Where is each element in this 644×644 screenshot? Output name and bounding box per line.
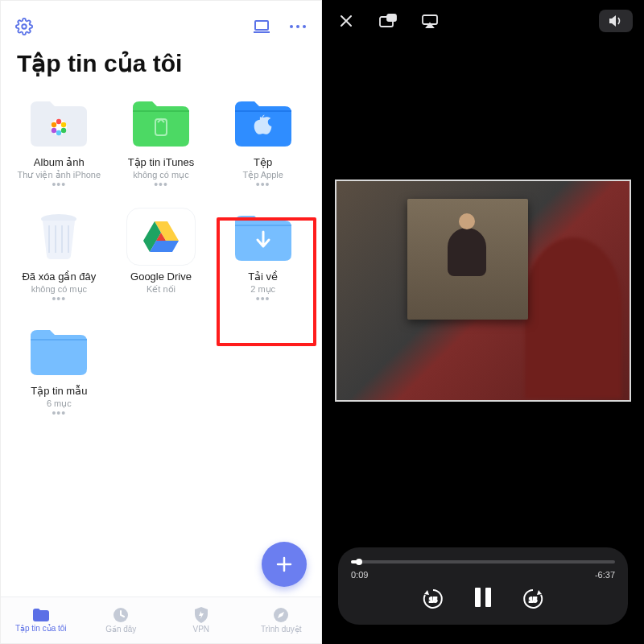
add-button[interactable] <box>262 542 307 587</box>
highlight-annotation <box>217 217 316 346</box>
trash-icon <box>24 208 93 266</box>
item-more-icon[interactable]: ••• <box>154 182 168 187</box>
video-frame <box>335 180 631 402</box>
nav-browser[interactable]: Trình duyệt <box>242 597 322 643</box>
svg-rect-17 <box>387 14 396 21</box>
svg-point-3 <box>296 25 299 28</box>
bottom-nav: Tập tin của tôi Gần đây VPN Trình duyệt <box>1 597 321 643</box>
close-icon[interactable] <box>333 8 359 34</box>
player-controls: 0:09 -6:37 15 15 <box>322 539 644 644</box>
item-more-icon[interactable]: ••• <box>52 411 66 415</box>
video-area[interactable] <box>322 42 644 539</box>
svg-point-0 <box>22 24 27 29</box>
pause-button[interactable] <box>473 586 493 612</box>
svg-point-2 <box>290 25 293 28</box>
settings-icon[interactable] <box>15 18 33 35</box>
more-icon[interactable] <box>289 24 307 29</box>
item-more-icon[interactable]: ••• <box>52 296 66 301</box>
svg-rect-1 <box>255 21 268 30</box>
svg-point-6 <box>56 119 61 124</box>
grid-item-album[interactable]: Album ảnh Thư viện ảnh iPhone ••• <box>10 90 108 190</box>
folder-green-icon <box>126 93 196 151</box>
svg-rect-21 <box>485 588 491 607</box>
time-elapsed: 0:09 <box>351 570 368 580</box>
photos-icon <box>24 93 93 151</box>
time-remaining: -6:37 <box>595 570 615 580</box>
laptop-icon[interactable] <box>252 19 271 35</box>
nav-files[interactable]: Tập tin của tôi <box>1 597 81 643</box>
video-player-pane: 0:09 -6:37 15 15 <box>322 0 644 644</box>
grid-item-files[interactable]: Tệp Tệp Apple ••• <box>214 90 312 190</box>
grid-item-itunes[interactable]: Tập tin iTunes không có mục ••• <box>113 90 210 190</box>
google-drive-icon <box>126 208 196 266</box>
svg-text:15: 15 <box>429 596 437 604</box>
nav-vpn[interactable]: VPN <box>161 597 242 643</box>
folder-blue-icon <box>24 322 93 380</box>
grid-item-gdrive[interactable]: Google Drive Kết nối <box>113 204 210 304</box>
page-title: Tập tin của tôi <box>1 44 321 90</box>
airplay-icon[interactable] <box>417 8 443 34</box>
file-manager-pane: Tập tin của tôi Album ảnh Thư viện ảnh i… <box>0 0 322 644</box>
player-top-bar <box>322 0 644 42</box>
svg-point-7 <box>61 122 66 127</box>
svg-text:15: 15 <box>529 596 537 604</box>
grid-item-trash[interactable]: Đã xóa gần đây không có mục ••• <box>10 204 108 304</box>
folder-apple-icon <box>229 93 298 151</box>
svg-point-10 <box>52 128 56 133</box>
grid-item-samples[interactable]: Tập tin mẫu 6 mục ••• <box>10 319 108 419</box>
item-more-icon[interactable]: ••• <box>52 182 66 187</box>
top-bar <box>1 1 321 44</box>
album-art <box>407 199 528 320</box>
svg-point-9 <box>56 130 61 135</box>
picture-in-picture-icon[interactable] <box>375 8 401 34</box>
item-more-icon[interactable]: ••• <box>256 182 270 187</box>
volume-button[interactable] <box>599 10 633 32</box>
seek-bar[interactable] <box>351 555 615 568</box>
nav-recent[interactable]: Gần đây <box>81 597 162 643</box>
svg-rect-20 <box>475 588 481 607</box>
skip-forward-button[interactable]: 15 <box>521 587 545 611</box>
svg-point-4 <box>303 25 306 28</box>
svg-point-8 <box>61 128 66 133</box>
skip-back-button[interactable]: 15 <box>421 587 445 611</box>
svg-point-11 <box>52 122 56 127</box>
